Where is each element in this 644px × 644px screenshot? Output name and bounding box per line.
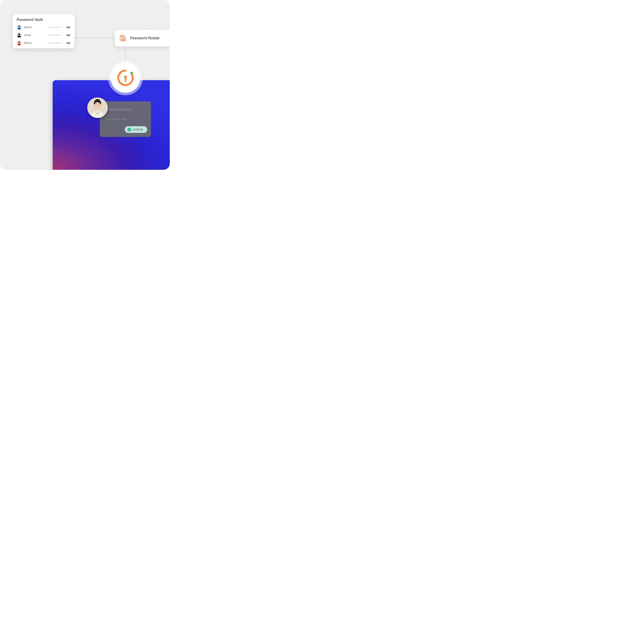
login-button-label: LOGIN [133, 128, 143, 131]
svg-point-5 [18, 41, 20, 43]
eye-closed-icon[interactable] [66, 25, 71, 29]
svg-point-1 [18, 26, 20, 27]
masked-password [49, 27, 62, 28]
brand-badge [111, 63, 140, 93]
connector-vault-to-rotate [75, 38, 116, 38]
user-avatar [87, 97, 108, 118]
masked-password [49, 42, 62, 44]
login-window: daniel@company.com ★ ★ ★ ★ ★ ★ ★ LOGIN [53, 80, 170, 170]
vault-row-name: sarah [24, 33, 38, 37]
password-rotate-card: Password Rotate [115, 30, 170, 46]
user-avatar-icon [17, 40, 22, 45]
vault-row-name: danny [24, 41, 38, 45]
user-avatar-icon [17, 25, 22, 30]
vault-row: sarah [17, 33, 71, 38]
check-icon [127, 128, 131, 131]
svg-point-7 [122, 38, 123, 39]
password-field[interactable]: ★ ★ ★ ★ ★ ★ ★ [104, 116, 147, 123]
vault-row: daniel [17, 25, 71, 30]
eye-closed-icon[interactable] [66, 41, 71, 45]
vault-row: danny [17, 40, 71, 45]
login-button[interactable]: LOGIN [125, 126, 147, 133]
svg-point-3 [18, 33, 20, 35]
email-field[interactable]: daniel@company.com [104, 106, 147, 113]
rotate-lock-icon [118, 34, 127, 43]
password-vault-card: Password Vault danielsarahdanny [13, 14, 75, 48]
user-avatar-icon [17, 33, 22, 38]
vault-row-name: daniel [24, 26, 38, 29]
vault-title: Password Vault [17, 18, 71, 22]
diagram-canvas: Password Vault danielsarahdanny [0, 0, 170, 170]
eye-closed-icon[interactable] [66, 33, 71, 37]
masked-password [49, 34, 62, 36]
rotate-title: Password Rotate [130, 36, 160, 40]
